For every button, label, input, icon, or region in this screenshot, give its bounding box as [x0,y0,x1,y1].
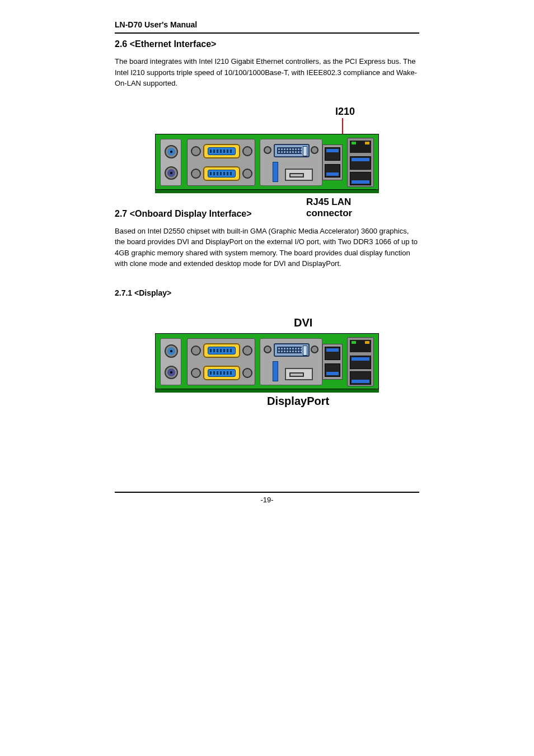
pcb-strip [155,190,379,193]
io-panel-illustration-1: I210 [155,134,379,190]
mic-jack-icon [165,366,178,379]
vga-stack [187,139,255,186]
dvi-dp-panel [260,139,322,186]
usb-port-icon [350,156,371,170]
lan-led-amber-icon [365,142,369,144]
lan-led-amber-icon [365,341,369,344]
dvi-port-icon [274,343,310,357]
lan-usb-stack [347,138,374,187]
rj45-port-icon [350,141,371,153]
usb-port-icon [325,147,340,161]
usb-port-icon [350,172,371,185]
doc-title: LN-D70 User's Manual [115,20,419,29]
mic-jack-icon [165,166,178,180]
pcb-edge [155,134,379,190]
displayport-icon [285,368,313,380]
vga-port-bottom-icon [191,365,252,382]
line-out-jack-icon [165,145,178,158]
io-panel-illustration-2: DVI [155,333,379,389]
section-2-7-paragraph: Based on Intel D2550 chipset with built-… [115,226,419,269]
section-heading-2-6: 2.6 <Ethernet Interface> [115,39,419,49]
rule-top [115,32,419,34]
subsection-heading-2-7-1: 2.7.1 <Display> [115,288,419,297]
vga-port-bottom-icon [191,165,252,183]
vga-port-top-icon [191,342,252,360]
screw-icon [311,346,318,353]
vga-stack [187,338,255,385]
callout-displayport-label: DisplayPort [267,395,329,408]
screw-icon [264,146,271,154]
callout-i210-label: I210 [335,106,355,118]
rj45-port-icon [350,340,371,352]
audio-jack-stack [160,139,181,186]
callout-dvi-label: DVI [294,316,312,329]
rule-bottom [115,492,419,493]
pcb-edge [155,333,379,389]
callout-rj45-label: RJ45 LAN connector [306,197,379,219]
dvi-port-icon [274,144,310,157]
usb-vertical-icon [273,162,278,182]
pcb-strip [155,389,379,393]
usb-tower [322,144,343,180]
lan-usb-stack [347,337,374,386]
figure-ethernet: I210 [115,106,419,190]
audio-jack-stack [160,338,181,385]
displayport-icon [285,169,313,181]
screw-icon [264,346,271,353]
usb-port-icon [325,363,340,377]
vga-port-top-icon [191,143,252,161]
usb-port-icon [350,356,371,369]
lan-led-green-icon [352,142,356,144]
usb-tower [322,344,343,380]
page-number: -19- [0,496,534,504]
usb-vertical-icon [273,361,278,381]
figure-display: DVI [115,314,419,389]
section-2-6-paragraph: The board integrates with Intel I210 Gig… [115,56,419,89]
usb-port-icon [350,371,371,385]
usb-port-icon [325,164,340,178]
line-out-jack-icon [165,344,178,358]
dvi-dp-panel [260,338,322,385]
lan-led-green-icon [352,341,356,344]
usb-port-icon [325,347,340,360]
screw-icon [311,146,318,154]
manual-page: LN-D70 User's Manual 2.6 <Ethernet Inter… [0,0,534,756]
